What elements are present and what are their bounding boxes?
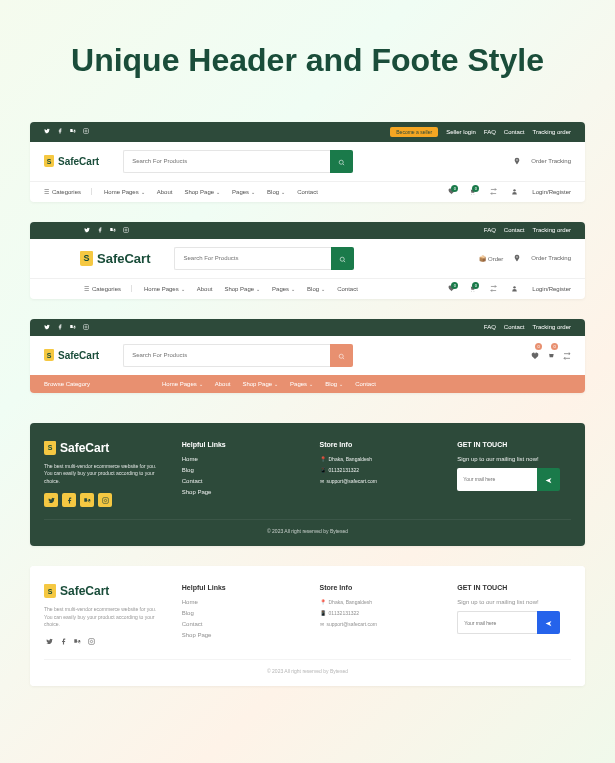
- logo[interactable]: SSafeCart: [80, 251, 150, 266]
- behance-icon[interactable]: [110, 227, 116, 234]
- twitter-icon[interactable]: [44, 493, 58, 507]
- compare-icon[interactable]: [490, 285, 497, 293]
- footer-link-blog[interactable]: Blog: [182, 610, 296, 616]
- login-register-link[interactable]: Login/Register: [532, 189, 571, 195]
- nav-contact[interactable]: Contact: [355, 381, 376, 387]
- search-input[interactable]: [123, 150, 330, 173]
- nav-contact[interactable]: Contact: [337, 286, 358, 292]
- footer-logo[interactable]: SSafeCart: [44, 441, 158, 455]
- login-register-link[interactable]: Login/Register: [532, 286, 571, 292]
- behance-icon[interactable]: [80, 493, 94, 507]
- nav-home[interactable]: Home Pages⌄: [162, 381, 203, 387]
- search-input[interactable]: [174, 247, 331, 270]
- nav-home[interactable]: Home Pages⌄: [104, 189, 145, 195]
- nav-shop[interactable]: Shop Page⌄: [224, 286, 260, 292]
- order-tracking-link[interactable]: Order Tracking: [531, 158, 571, 164]
- logo-icon: S: [44, 349, 54, 361]
- faq-link[interactable]: FAQ: [484, 324, 496, 330]
- facebook-icon[interactable]: [58, 637, 68, 647]
- faq-link[interactable]: FAQ: [484, 227, 496, 233]
- facebook-icon[interactable]: [62, 493, 76, 507]
- nav-about[interactable]: About: [157, 189, 173, 195]
- footer-logo[interactable]: SSafeCart: [44, 584, 158, 598]
- faq-link[interactable]: FAQ: [484, 129, 496, 135]
- tracking-link[interactable]: Tracking order: [533, 324, 571, 330]
- search-button[interactable]: [331, 247, 354, 270]
- nav-pages[interactable]: Pages⌄: [232, 189, 255, 195]
- order-tracking-link[interactable]: Order Tracking: [531, 255, 571, 261]
- newsletter-submit-button[interactable]: [537, 468, 560, 491]
- newsletter-input[interactable]: [457, 468, 537, 491]
- topbar: FAQ Contact Tracking order: [30, 319, 585, 336]
- behance-icon[interactable]: [70, 128, 76, 135]
- facebook-icon[interactable]: [97, 227, 103, 234]
- behance-icon[interactable]: [72, 637, 82, 647]
- wishlist-icon[interactable]: 0: [448, 188, 455, 196]
- nav-about[interactable]: About: [215, 381, 231, 387]
- footer-link-home[interactable]: Home: [182, 599, 296, 605]
- twitter-icon[interactable]: [44, 637, 54, 647]
- cart-icon[interactable]: 0: [469, 285, 476, 293]
- cart-icon[interactable]: 0: [469, 188, 476, 196]
- seller-login-link[interactable]: Seller login: [446, 129, 476, 135]
- wishlist-icon[interactable]: 0: [448, 285, 455, 293]
- footer-link-blog[interactable]: Blog: [182, 467, 296, 473]
- instagram-icon[interactable]: [123, 227, 129, 234]
- nav-shop[interactable]: Shop Page⌄: [184, 189, 220, 195]
- compare-icon[interactable]: [490, 188, 497, 196]
- twitter-icon[interactable]: [44, 128, 50, 135]
- mail-icon: ✉: [320, 478, 324, 484]
- twitter-icon[interactable]: [44, 324, 50, 331]
- cart-icon[interactable]: 0: [547, 346, 555, 364]
- nav-shop[interactable]: Shop Page⌄: [242, 381, 278, 387]
- categories-button[interactable]: ☰ Categories: [44, 188, 92, 195]
- search-bar: [174, 247, 354, 270]
- svg-rect-4: [124, 227, 129, 232]
- browse-category-button[interactable]: Browse Category: [44, 381, 90, 387]
- nav-blog[interactable]: Blog⌄: [325, 381, 343, 387]
- nav-pages[interactable]: Pages⌄: [272, 286, 295, 292]
- footer-links-col: Helpful Links Home Blog Contact Shop Pag…: [182, 584, 296, 647]
- logo[interactable]: SSafeCart: [44, 155, 99, 167]
- nav-contact[interactable]: Contact: [297, 189, 318, 195]
- newsletter-input[interactable]: [457, 611, 537, 634]
- instagram-icon[interactable]: [98, 493, 112, 507]
- contact-link[interactable]: Contact: [504, 227, 525, 233]
- footer-link-contact[interactable]: Contact: [182, 621, 296, 627]
- instagram-icon[interactable]: [86, 637, 96, 647]
- nav-blog[interactable]: Blog⌄: [267, 189, 285, 195]
- footer-link-shop[interactable]: Shop Page: [182, 489, 296, 495]
- footer-link-contact[interactable]: Contact: [182, 478, 296, 484]
- tracking-link[interactable]: Tracking order: [533, 129, 571, 135]
- categories-button[interactable]: ☰ Categories: [84, 285, 132, 292]
- behance-icon[interactable]: [70, 324, 76, 331]
- newsletter-submit-button[interactable]: [537, 611, 560, 634]
- instagram-icon[interactable]: [83, 324, 89, 331]
- user-icon[interactable]: [511, 285, 518, 293]
- nav-about[interactable]: About: [197, 286, 213, 292]
- order-button[interactable]: 📦 Order: [479, 255, 503, 262]
- contact-link[interactable]: Contact: [504, 324, 525, 330]
- footer-store-col: Store Info 📍Dhaka, Bangaldesh 📱011321313…: [320, 441, 434, 508]
- twitter-icon[interactable]: [84, 227, 90, 234]
- facebook-icon[interactable]: [57, 324, 63, 331]
- compare-icon[interactable]: [563, 346, 571, 364]
- search-button[interactable]: [330, 344, 353, 367]
- nav-blog[interactable]: Blog⌄: [307, 286, 325, 292]
- nav-home[interactable]: Home Pages⌄: [144, 286, 185, 292]
- search-input[interactable]: [123, 344, 330, 367]
- store-info-title: Store Info: [320, 584, 434, 591]
- search-button[interactable]: [330, 150, 353, 173]
- footer-link-shop[interactable]: Shop Page: [182, 632, 296, 638]
- nav-pages[interactable]: Pages⌄: [290, 381, 313, 387]
- footer-link-home[interactable]: Home: [182, 456, 296, 462]
- facebook-icon[interactable]: [57, 128, 63, 135]
- instagram-icon[interactable]: [83, 128, 89, 135]
- contact-link[interactable]: Contact: [504, 129, 525, 135]
- wishlist-icon[interactable]: 0: [531, 346, 539, 364]
- topbar: FAQ Contact Tracking order: [30, 222, 585, 239]
- logo[interactable]: SSafeCart: [44, 349, 99, 361]
- user-icon[interactable]: [511, 188, 518, 196]
- tracking-link[interactable]: Tracking order: [533, 227, 571, 233]
- become-seller-button[interactable]: Become a seller: [390, 127, 438, 137]
